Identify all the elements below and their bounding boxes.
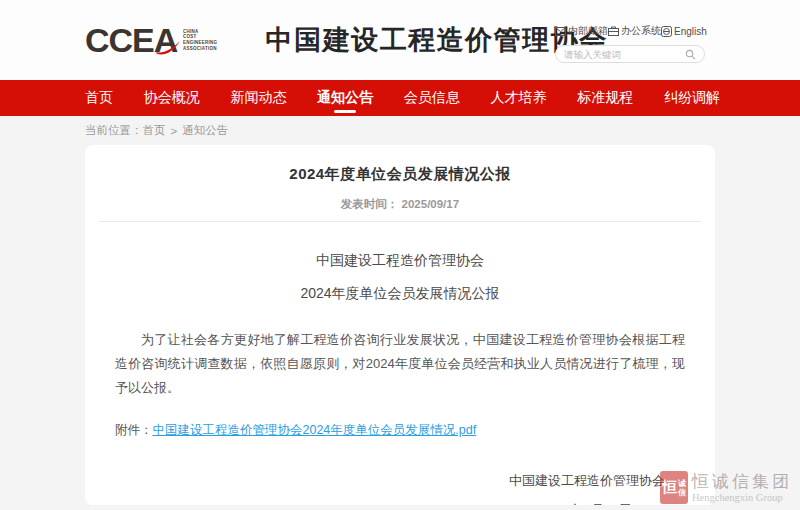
nav-item-members[interactable]: 会员信息 bbox=[404, 80, 460, 116]
article-card: 2024年度单位会员发展情况公报 发表时间： 2025/09/17 中国建设工程… bbox=[85, 145, 715, 505]
site-logo[interactable]: CCEA CHINA COST ENGINEERING ASSOCIATION … bbox=[85, 22, 608, 58]
office-icon bbox=[608, 26, 619, 36]
search-input[interactable] bbox=[564, 49, 685, 60]
document-heading-title: 2024年度单位会员发展情况公报 bbox=[85, 285, 715, 303]
attachment-label: 附件： bbox=[115, 423, 153, 437]
nav-item-mediation[interactable]: 纠纷调解 bbox=[664, 80, 720, 116]
article-paragraph: 为了让社会各方更好地了解工程造价咨询行业发展状况，中国建设工程造价管理协会根据工… bbox=[115, 328, 685, 400]
breadcrumb-home-link[interactable]: 首页 bbox=[143, 123, 166, 138]
internal-mail-link[interactable]: 内部邮箱 bbox=[555, 24, 608, 38]
ccea-logo-swoosh-icon bbox=[155, 40, 181, 56]
article-publish-date: 发表时间： 2025/09/17 bbox=[85, 197, 715, 212]
internal-mail-label: 内部邮箱 bbox=[568, 24, 608, 38]
hengchengxin-watermark: 恒 诚 信 恒诚信集团 Hengchengxin Group bbox=[660, 471, 792, 504]
breadcrumb: 当前位置： 首页 > 通知公告 bbox=[0, 116, 800, 145]
ccea-logo-acronym: CCEA bbox=[85, 23, 177, 57]
breadcrumb-separator: > bbox=[171, 125, 178, 137]
breadcrumb-current-link[interactable]: 通知公告 bbox=[182, 123, 228, 138]
office-system-link[interactable]: 办公系统 bbox=[608, 24, 661, 38]
english-link[interactable]: English bbox=[661, 26, 707, 37]
nav-item-home[interactable]: 首页 bbox=[85, 80, 113, 116]
signature-date: 2025年9月17日 bbox=[509, 501, 665, 505]
title-divider bbox=[99, 221, 701, 222]
watermark-name-en: Hengchengxin Group bbox=[692, 491, 792, 504]
watermark-name-cn: 恒诚信集团 bbox=[692, 472, 792, 491]
attachment-row: 附件：中国建设工程造价管理协会2024年度单位会员发展情况.pdf bbox=[115, 422, 685, 439]
ccea-logo-subtext: CHINA COST ENGINEERING ASSOCIATION bbox=[183, 29, 252, 51]
hengchengxin-logo-icon: 恒 诚 信 bbox=[660, 471, 688, 504]
site-header: CCEA CHINA COST ENGINEERING ASSOCIATION … bbox=[0, 0, 800, 80]
watermark-text: 恒诚信集团 Hengchengxin Group bbox=[692, 472, 792, 504]
attachment-pdf-link[interactable]: 中国建设工程造价管理协会2024年度单位会员发展情况.pdf bbox=[153, 423, 477, 437]
nav-item-notices[interactable]: 通知公告 bbox=[317, 80, 373, 116]
mail-icon bbox=[555, 27, 566, 36]
header-utilities: 内部邮箱 办公系统 English bbox=[555, 24, 705, 63]
search-box bbox=[555, 45, 705, 63]
main-nav: 首页 协会概况 新闻动态 通知公告 会员信息 人才培养 标准规程 纠纷调解 bbox=[0, 80, 800, 116]
search-icon[interactable] bbox=[685, 49, 696, 60]
nav-item-training[interactable]: 人才培养 bbox=[491, 80, 547, 116]
office-system-label: 办公系统 bbox=[621, 24, 661, 38]
article-title: 2024年度单位会员发展情况公报 bbox=[85, 165, 715, 184]
breadcrumb-prefix: 当前位置： bbox=[85, 123, 143, 138]
english-label: English bbox=[674, 26, 707, 37]
main-content: 2024年度单位会员发展情况公报 发表时间： 2025/09/17 中国建设工程… bbox=[0, 145, 800, 510]
signature-org: 中国建设工程造价管理协会 bbox=[509, 472, 665, 490]
document-heading-org: 中国建设工程造价管理协会 bbox=[85, 252, 715, 270]
document-heading: 中国建设工程造价管理协会 2024年度单位会员发展情况公报 bbox=[85, 252, 715, 303]
nav-item-about[interactable]: 协会概况 bbox=[144, 80, 200, 116]
utility-links: 内部邮箱 办公系统 English bbox=[555, 24, 705, 38]
signature-block: 中国建设工程造价管理协会 2025年9月17日 bbox=[509, 472, 665, 505]
nav-item-standards[interactable]: 标准规程 bbox=[577, 80, 633, 116]
globe-icon bbox=[661, 26, 672, 37]
nav-item-news[interactable]: 新闻动态 bbox=[230, 80, 286, 116]
